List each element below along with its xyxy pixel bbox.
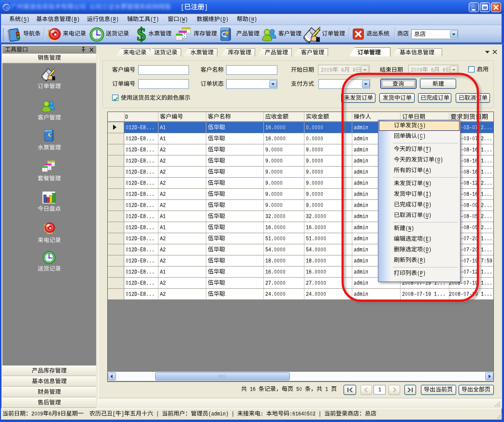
svg-text:$: $ (137, 27, 146, 42)
